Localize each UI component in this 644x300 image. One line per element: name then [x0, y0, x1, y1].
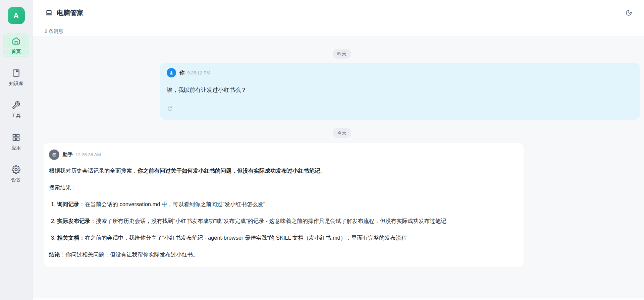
grid-icon	[12, 133, 20, 143]
assistant-avatar	[49, 149, 59, 160]
sidebar: A 首页 知识库	[0, 0, 33, 300]
message-timestamp: 9:25:12 PM	[187, 70, 210, 75]
home-icon	[12, 37, 20, 47]
sidebar-nav: 首页 知识库 工具	[3, 33, 29, 186]
assistant-message-card: 助手 12:26:36 AM 根据我对历史会话记录的全面搜索，你之前有问过关于如…	[44, 143, 524, 267]
sidebar-item-home[interactable]: 首页	[3, 33, 29, 57]
paragraph: 搜索结果：	[49, 183, 518, 192]
sidebar-item-settings[interactable]: 设置	[3, 162, 29, 186]
page-title: 电脑管家	[57, 8, 84, 17]
sidebar-item-knowledge-base[interactable]: 知识库	[3, 65, 29, 89]
list-item: 1. 询问记录：在当前会话的 conversation.md 中，可以看到你之前…	[51, 200, 518, 208]
sidebar-item-apps[interactable]: 应用	[3, 130, 29, 154]
robot-icon	[51, 152, 58, 158]
sender-name: 助手	[63, 152, 73, 158]
chat-scroll-area[interactable]: 昨天 你 9:25:12 PM 诶，我以前有让发过小红书么？	[33, 36, 644, 298]
user-profile-avatar[interactable]: A	[8, 7, 25, 24]
app-window: A 首页 知识库	[0, 0, 644, 300]
paragraph: 根据我对历史会话记录的全面搜索，你之前有问过关于如何发小红书的问题，但没有实际成…	[49, 166, 518, 175]
user-message-text: 诶，我以前有让发过小红书么？	[167, 86, 633, 94]
date-separator-today: 今天	[333, 128, 351, 138]
list-item: 2. 实际发布记录：搜索了所有历史会话，没有找到"小红书发布成功"或"发布完成"…	[51, 217, 518, 225]
date-separator-yesterday: 昨天	[333, 49, 351, 59]
user-message-bubble: 你 9:25:12 PM 诶，我以前有让发过小红书么？	[160, 63, 640, 120]
sidebar-item-label: 首页	[11, 49, 21, 54]
book-icon	[12, 69, 20, 79]
sidebar-item-label: 应用	[11, 145, 21, 151]
bottom-divider	[33, 298, 644, 300]
user-avatar	[167, 68, 176, 77]
main-panel: 电脑管家 2 条消息 昨天	[33, 0, 644, 300]
sidebar-item-label: 工具	[11, 113, 21, 119]
laptop-icon	[45, 9, 53, 17]
sender-name: 你	[179, 70, 184, 76]
header: 电脑管家	[33, 0, 644, 26]
message-timestamp: 12:26:36 AM	[75, 152, 101, 157]
person-icon	[168, 70, 174, 76]
sidebar-item-label: 设置	[11, 177, 21, 183]
refresh-icon[interactable]	[167, 106, 173, 112]
sidebar-item-tools[interactable]: 工具	[3, 98, 29, 122]
assistant-message-body: 根据我对历史会话记录的全面搜索，你之前有问过关于如何发小红书的问题，但没有实际成…	[49, 166, 518, 259]
wrench-icon	[12, 101, 20, 111]
paragraph: 结论：你问过相关问题，但没有让我帮你实际发布过小红书。	[49, 250, 518, 259]
gear-icon	[12, 165, 20, 175]
sidebar-item-label: 知识库	[9, 81, 23, 86]
message-count: 2 条消息	[33, 26, 644, 36]
list-item: 3. 相关文档：在之前的会话中，我给你分享了"小红书发布笔记 - agent-b…	[51, 233, 518, 242]
clock-history-icon[interactable]	[623, 8, 634, 18]
